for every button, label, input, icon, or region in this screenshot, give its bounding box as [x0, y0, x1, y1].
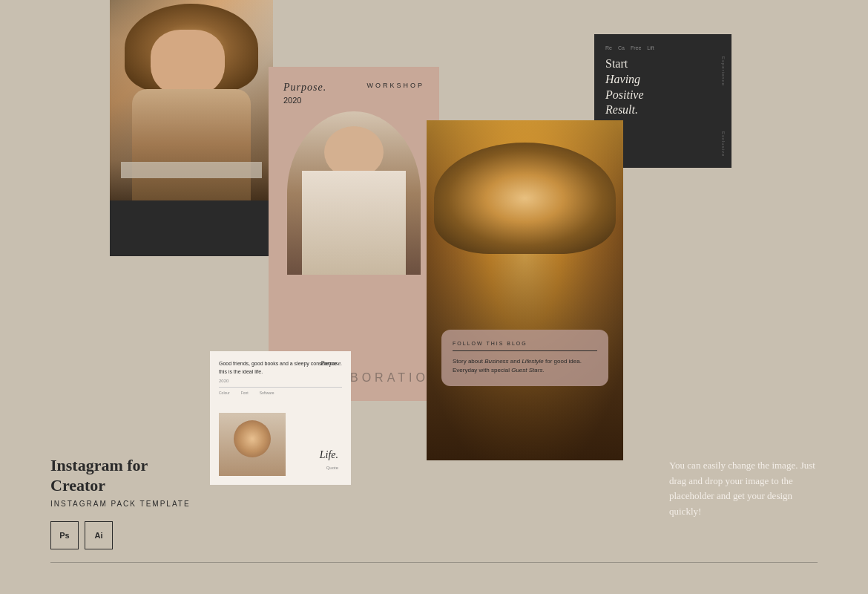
- card-dark-photo: [110, 0, 273, 256]
- description-text: You can easily change the image. Just dr…: [669, 458, 818, 520]
- main-text-dark: Start Having Positive Result.: [605, 56, 724, 118]
- bottom-left-content: Instagram for Creator INSTAGRAM PACK TEM…: [50, 456, 191, 549]
- result-text: Result.: [605, 102, 724, 118]
- divider-line: [50, 562, 818, 563]
- nav-dot-3: Free: [631, 45, 641, 50]
- nav-dot-2: Ca: [618, 45, 625, 50]
- badge-ai: Ai: [85, 521, 113, 549]
- nav-dots: Re Ca Free Lift: [605, 45, 724, 50]
- template-fields: Colour Font Software: [219, 387, 342, 395]
- field1-label: Colour: [219, 391, 230, 395]
- bottom-right-description: You can easily change the image. Just dr…: [669, 458, 818, 520]
- mini-photo-area: [219, 413, 286, 476]
- photo-area: [110, 0, 273, 200]
- mini-photo-person: [234, 420, 271, 457]
- text-strip: [121, 162, 262, 178]
- title-line1: Instagram for: [50, 456, 148, 474]
- positive-text: Positive: [605, 88, 724, 103]
- page-container: Purpose. 2020 WORKSHOP Re Ca Free Lift S…: [0, 0, 868, 594]
- purpose-label: Purpose.: [283, 82, 326, 94]
- field3-label: Software: [260, 391, 274, 395]
- template-purpose: Purpose.: [320, 360, 342, 367]
- nav-dot-4: Lift: [647, 45, 654, 50]
- person-image-pink: [287, 111, 421, 275]
- nav-dot-1: Re: [605, 45, 612, 50]
- having-text: Having: [605, 72, 724, 88]
- product-title: Instagram for Creator: [50, 456, 191, 495]
- title-line2: Creator: [50, 476, 105, 495]
- start-text: Start: [605, 56, 724, 72]
- body-element: [132, 89, 251, 200]
- card-pink-top-text: Purpose. 2020: [283, 82, 326, 105]
- template-content: Good friends, good books and a sleepy co…: [219, 360, 342, 476]
- quote-label: Quote: [326, 466, 338, 470]
- text-overlay: FOLLOW THIS BLOG Story about Business an…: [441, 330, 608, 386]
- hair-large: [434, 143, 616, 254]
- exclusive-text: Exclusive: [721, 131, 726, 157]
- life-text: Life.: [320, 449, 338, 461]
- template-year: 2020: [219, 379, 342, 383]
- product-subtitle: INSTAGRAM PACK TEMPLATE: [50, 500, 191, 508]
- badges-container: Ps Ai: [50, 521, 191, 549]
- side-text-right: Experience Exclusive: [721, 56, 726, 157]
- badge-ps: Ps: [50, 521, 79, 549]
- story-text: Story about Business and Lifestyle for g…: [453, 357, 597, 375]
- face-element: [151, 30, 225, 97]
- workshop-label: WORKSHOP: [366, 82, 424, 89]
- follow-label: FOLLOW THIS BLOG: [453, 341, 597, 351]
- experience-text: Experience: [721, 56, 726, 86]
- year-label: 2020: [283, 96, 326, 105]
- card-large-photo: FOLLOW THIS BLOG Story about Business an…: [427, 120, 623, 460]
- card-template: Good friends, good books and a sleepy co…: [210, 351, 351, 485]
- boration-text: BORATIO: [350, 371, 429, 385]
- field2-label: Font: [241, 391, 249, 395]
